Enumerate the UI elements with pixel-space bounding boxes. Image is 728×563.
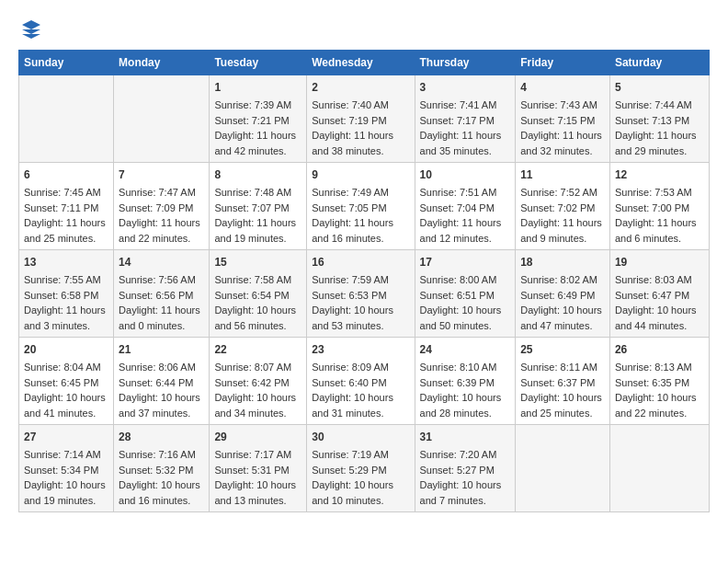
sunset: Sunset: 7:02 PM	[520, 202, 595, 213]
calendar-cell: 12Sunrise: 7:53 AMSunset: 7:00 PMDayligh…	[609, 163, 709, 250]
day-number: 2	[312, 79, 409, 96]
calendar-cell: 19Sunrise: 8:03 AMSunset: 6:47 PMDayligh…	[609, 250, 709, 338]
col-header-thursday: Thursday	[415, 51, 516, 75]
logo	[18, 18, 42, 40]
calendar-cell: 13Sunrise: 7:55 AMSunset: 6:58 PMDayligh…	[19, 250, 114, 338]
daylight: Daylight: 10 hours and 31 minutes.	[312, 392, 393, 419]
day-number: 13	[24, 254, 108, 270]
calendar-cell: 6Sunrise: 7:45 AMSunset: 7:11 PMDaylight…	[19, 163, 114, 250]
day-number: 25	[520, 341, 605, 358]
sunrise: Sunrise: 7:14 AM	[24, 449, 101, 460]
calendar-cell: 9Sunrise: 7:49 AMSunset: 7:05 PMDaylight…	[307, 163, 415, 250]
calendar-cell: 21Sunrise: 8:06 AMSunset: 6:44 PMDayligh…	[114, 338, 210, 425]
logo-icon	[20, 18, 42, 40]
day-number: 31	[420, 429, 511, 445]
calendar-cell	[114, 75, 210, 163]
calendar-cell: 18Sunrise: 8:02 AMSunset: 6:49 PMDayligh…	[516, 250, 610, 338]
col-header-friday: Friday	[516, 51, 610, 75]
sunrise: Sunrise: 8:00 AM	[420, 274, 497, 285]
sunrise: Sunrise: 8:06 AM	[119, 362, 196, 373]
daylight: Daylight: 10 hours and 25 minutes.	[520, 392, 602, 419]
calendar-cell: 11Sunrise: 7:52 AMSunset: 7:02 PMDayligh…	[516, 163, 610, 250]
calendar-cell: 26Sunrise: 8:13 AMSunset: 6:35 PMDayligh…	[609, 338, 709, 425]
day-number: 5	[615, 79, 704, 96]
daylight: Daylight: 10 hours and 56 minutes.	[214, 304, 296, 331]
sunset: Sunset: 7:15 PM	[520, 115, 595, 126]
sunrise: Sunrise: 8:09 AM	[312, 362, 389, 373]
calendar-cell: 2Sunrise: 7:40 AMSunset: 7:19 PMDaylight…	[307, 75, 415, 163]
day-number: 3	[420, 79, 511, 96]
calendar-table: SundayMondayTuesdayWednesdayThursdayFrid…	[18, 50, 710, 512]
daylight: Daylight: 10 hours and 53 minutes.	[312, 304, 393, 331]
sunset: Sunset: 6:56 PM	[119, 290, 193, 301]
daylight: Daylight: 10 hours and 13 minutes.	[214, 479, 296, 506]
calendar-cell: 23Sunrise: 8:09 AMSunset: 6:40 PMDayligh…	[307, 338, 415, 425]
header	[18, 18, 710, 40]
day-number: 30	[312, 429, 409, 445]
sunrise: Sunrise: 7:49 AM	[312, 187, 389, 198]
sunset: Sunset: 6:35 PM	[615, 377, 689, 388]
sunrise: Sunrise: 8:03 AM	[615, 274, 692, 285]
calendar-cell	[516, 425, 610, 512]
sunrise: Sunrise: 7:59 AM	[312, 274, 389, 285]
daylight: Daylight: 11 hours and 16 minutes.	[312, 217, 393, 244]
day-number: 27	[24, 429, 108, 445]
daylight: Daylight: 11 hours and 6 minutes.	[615, 217, 697, 244]
calendar-page: SundayMondayTuesdayWednesdayThursdayFrid…	[0, 0, 728, 531]
daylight: Daylight: 11 hours and 29 minutes.	[615, 130, 697, 156]
daylight: Daylight: 10 hours and 47 minutes.	[520, 304, 602, 331]
sunrise: Sunrise: 8:10 AM	[420, 362, 497, 373]
sunrise: Sunrise: 8:07 AM	[214, 362, 291, 373]
sunrise: Sunrise: 8:02 AM	[520, 274, 597, 285]
col-header-saturday: Saturday	[609, 51, 709, 75]
daylight: Daylight: 10 hours and 16 minutes.	[119, 479, 200, 506]
sunrise: Sunrise: 7:55 AM	[24, 274, 101, 285]
sunset: Sunset: 7:19 PM	[312, 115, 386, 126]
calendar-cell: 29Sunrise: 7:17 AMSunset: 5:31 PMDayligh…	[210, 425, 307, 512]
calendar-cell: 16Sunrise: 7:59 AMSunset: 6:53 PMDayligh…	[307, 250, 415, 338]
sunset: Sunset: 7:17 PM	[420, 115, 495, 126]
day-number: 7	[119, 167, 204, 183]
daylight: Daylight: 10 hours and 44 minutes.	[615, 304, 697, 331]
sunrise: Sunrise: 7:17 AM	[214, 449, 291, 460]
daylight: Daylight: 10 hours and 28 minutes.	[420, 392, 502, 419]
daylight: Daylight: 11 hours and 25 minutes.	[24, 217, 106, 244]
daylight: Daylight: 11 hours and 12 minutes.	[420, 217, 502, 244]
calendar-cell: 7Sunrise: 7:47 AMSunset: 7:09 PMDaylight…	[114, 163, 210, 250]
calendar-cell: 25Sunrise: 8:11 AMSunset: 6:37 PMDayligh…	[516, 338, 610, 425]
sunrise: Sunrise: 8:04 AM	[24, 362, 101, 373]
calendar-cell: 24Sunrise: 8:10 AMSunset: 6:39 PMDayligh…	[415, 338, 516, 425]
sunset: Sunset: 5:31 PM	[214, 465, 289, 476]
calendar-cell: 3Sunrise: 7:41 AMSunset: 7:17 PMDaylight…	[415, 75, 516, 163]
day-number: 17	[420, 254, 511, 270]
sunset: Sunset: 6:51 PM	[420, 290, 495, 301]
sunset: Sunset: 5:34 PM	[24, 465, 98, 476]
calendar-cell: 8Sunrise: 7:48 AMSunset: 7:07 PMDaylight…	[210, 163, 307, 250]
sunrise: Sunrise: 7:20 AM	[420, 449, 497, 460]
sunrise: Sunrise: 7:58 AM	[214, 274, 291, 285]
calendar-cell: 1Sunrise: 7:39 AMSunset: 7:21 PMDaylight…	[210, 75, 307, 163]
sunrise: Sunrise: 7:51 AM	[420, 187, 497, 198]
day-number: 20	[24, 341, 108, 358]
week-row-1: 1Sunrise: 7:39 AMSunset: 7:21 PMDaylight…	[19, 75, 710, 163]
sunset: Sunset: 6:39 PM	[420, 377, 495, 388]
day-number: 29	[214, 429, 301, 445]
sunrise: Sunrise: 7:44 AM	[615, 99, 692, 110]
sunset: Sunset: 6:47 PM	[615, 290, 689, 301]
calendar-cell: 31Sunrise: 7:20 AMSunset: 5:27 PMDayligh…	[415, 425, 516, 512]
sunset: Sunset: 7:13 PM	[615, 115, 689, 126]
col-header-sunday: Sunday	[19, 51, 114, 75]
calendar-cell: 20Sunrise: 8:04 AMSunset: 6:45 PMDayligh…	[19, 338, 114, 425]
sunrise: Sunrise: 7:39 AM	[214, 99, 291, 110]
sunset: Sunset: 6:37 PM	[520, 377, 595, 388]
sunrise: Sunrise: 7:16 AM	[119, 449, 196, 460]
sunrise: Sunrise: 8:13 AM	[615, 362, 692, 373]
sunset: Sunset: 6:42 PM	[214, 377, 289, 388]
calendar-cell: 10Sunrise: 7:51 AMSunset: 7:04 PMDayligh…	[415, 163, 516, 250]
day-number: 9	[312, 167, 409, 183]
day-number: 18	[520, 254, 605, 270]
sunrise: Sunrise: 7:43 AM	[520, 99, 597, 110]
daylight: Daylight: 10 hours and 22 minutes.	[615, 392, 697, 419]
sunset: Sunset: 7:11 PM	[24, 202, 98, 213]
sunset: Sunset: 6:45 PM	[24, 377, 98, 388]
